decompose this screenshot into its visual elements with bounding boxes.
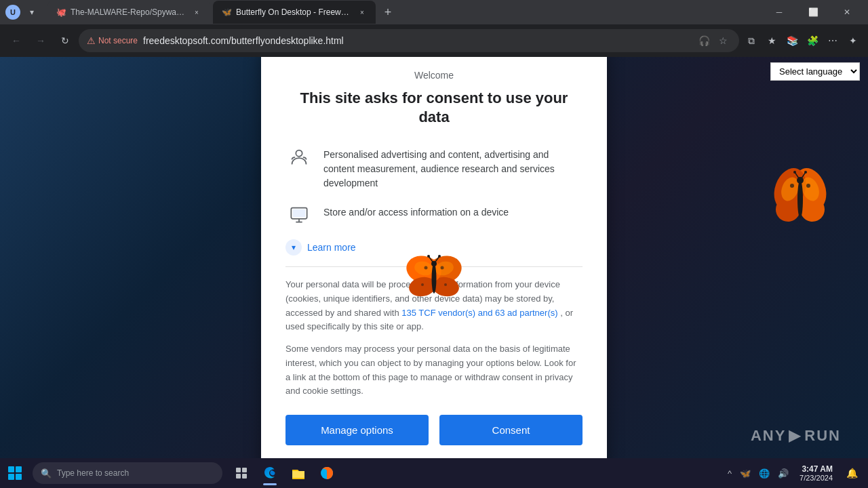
page-content: Just for Fun Select language English Spa… [0,57,868,458]
taskbar: 🔍 Type here to search [0,458,868,488]
taskbar-search[interactable]: 🔍 Type here to search [33,462,222,484]
tray-volume-icon[interactable]: 🔊 [775,466,791,481]
minimize-button[interactable]: ─ [764,1,795,23]
system-clock[interactable]: 3:47 AM 7/23/2024 [794,462,838,485]
monitor-icon [285,201,313,228]
learn-more-text: Learn more [307,242,356,253]
divider [285,266,583,267]
tab-malware-favicon: 🐙 [56,7,66,18]
modal-buttons: Manage options Consent [285,415,583,445]
consent-modal: Welcome This site asks for consent to us… [261,57,607,458]
taskbar-right: ^ 🦋 🌐 🔊 3:47 AM 7/23/2024 🔔 [725,462,868,485]
new-tab-button[interactable]: + [378,3,397,22]
address-input[interactable]: ⚠ Not secure freedesktopsoft.com/butterf… [79,29,739,52]
advertising-text: Personalised advertising and content, ad… [323,144,583,190]
url-text: freedesktopsoft.com/butterflyondesktopli… [143,35,690,46]
clock-time: 3:47 AM [800,464,833,474]
copilot-button[interactable]: ✦ [844,31,863,50]
notification-button[interactable]: 🔔 [841,462,863,484]
modal-title: This site asks for consent to use your d… [285,89,583,127]
back-button[interactable]: ← [5,30,27,52]
consent-button[interactable]: Consent [439,415,583,445]
svg-point-14 [296,150,302,156]
tray-network-icon[interactable]: 🌐 [756,466,772,481]
taskbar-task-view[interactable] [228,460,255,487]
tab-malware-close[interactable]: × [191,7,202,18]
tray-butterfly-icon[interactable]: 🦋 [737,466,753,481]
taskbar-firefox[interactable] [313,460,340,487]
security-text: Not secure [98,36,138,45]
tab-malware[interactable]: 🐙 The-MALWARE-Repo/Spyware/b... × [47,1,210,24]
tray-expand-button[interactable]: ^ [725,466,734,481]
consent-body-text-2: Some vendors may process your personal d… [285,342,583,399]
tab-butterfly-close[interactable]: × [357,7,368,18]
tab-bar: U ▾ 🐙 The-MALWARE-Repo/Spyware/b... × 🦋 … [0,0,868,24]
taskbar-search-placeholder: Type here to search [57,468,129,478]
manage-options-button[interactable]: Manage options [285,415,429,445]
vendor-link[interactable]: 135 TCF vendor(s) and 63 ad partner(s) [401,308,557,318]
toolbar-right: ⧉ ★ 📚 🧩 ⋯ ✦ [742,31,863,50]
search-icon: 🔍 [41,468,52,479]
window-controls: ─ ⬜ ✕ [764,1,863,23]
security-icon: ⚠ [87,35,96,46]
read-aloud-button[interactable]: 🎧 [696,33,712,49]
forward-button[interactable]: → [30,30,52,52]
learn-more-row[interactable]: ▾ Learn more [285,239,583,256]
security-indicator: ⚠ Not secure [87,35,138,46]
taskbar-apps [228,460,340,487]
tab-malware-label: The-MALWARE-Repo/Spyware/b... [71,7,187,17]
windows-icon [8,466,22,480]
consent-item-advertising: Personalised advertising and content, ad… [285,144,583,190]
taskbar-edge[interactable] [256,460,283,487]
tab-butterfly[interactable]: 🦋 Butterfly On Desktop - Freeware... × [213,1,376,24]
person-icon [285,144,313,171]
tab-butterfly-favicon: 🦋 [221,7,232,18]
tab-controls: U ▾ [5,5,39,20]
extensions-button[interactable]: 🧩 [803,31,822,50]
start-button[interactable] [0,458,30,488]
store-access-text: Store and/or access information on a dev… [323,201,509,220]
collections-button[interactable]: 📚 [783,31,802,50]
maximize-button[interactable]: ⬜ [797,1,829,23]
learn-more-chevron-icon: ▾ [285,239,302,256]
favorite-button[interactable]: ☆ [715,33,731,49]
tab-butterfly-label: Butterfly On Desktop - Freeware... [236,7,353,17]
consent-item-store: Store and/or access information on a dev… [285,201,583,228]
refresh-button[interactable]: ↻ [54,30,76,52]
consent-body-text-1: Your personal data will be processed and… [285,278,583,334]
address-right-icons: 🎧 ☆ [696,33,731,49]
system-tray: ^ 🦋 🌐 🔊 [725,466,791,481]
svg-rect-16 [293,209,306,218]
modal-overlay: Welcome This site asks for consent to us… [0,57,868,458]
svg-rect-33 [236,468,241,472]
svg-rect-36 [242,474,247,479]
browser-chrome: U ▾ 🐙 The-MALWARE-Repo/Spyware/b... × 🦋 … [0,0,868,57]
close-button[interactable]: ✕ [831,1,863,23]
settings-button[interactable]: ⋯ [823,31,842,50]
taskbar-explorer[interactable] [285,460,312,487]
svg-rect-34 [242,468,247,472]
tab-list-button[interactable]: ▾ [24,5,39,20]
favorites-button[interactable]: ★ [762,31,781,50]
address-bar: ← → ↻ ⚠ Not secure freedesktopsoft.com/b… [0,24,868,57]
profile-button[interactable]: U [5,5,20,20]
clock-date: 7/23/2024 [800,474,833,482]
svg-rect-35 [236,474,241,479]
split-button[interactable]: ⧉ [742,31,761,50]
modal-welcome: Welcome [285,70,583,81]
